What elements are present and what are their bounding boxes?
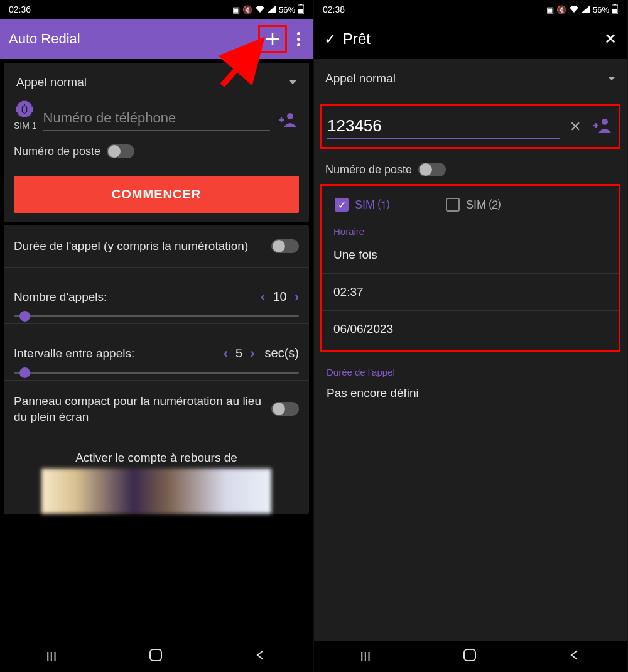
interval-block: Intervalle entre appels: ‹ 5 › sec(s)	[4, 324, 309, 380]
main-card: Appel normal 🄌 SIM 1 Numéro de poste COM…	[4, 63, 309, 222]
svg-rect-2	[298, 9, 303, 13]
back-button[interactable]	[569, 649, 580, 664]
add-contact-button[interactable]	[591, 117, 614, 136]
schedule-section-label: Horaire	[322, 221, 619, 237]
sim-selector[interactable]: 🄌 SIM 1	[14, 102, 37, 131]
duration-value-row[interactable]: Pas encore défini	[314, 377, 627, 413]
signal-icon	[268, 5, 276, 14]
interval-label: Intervalle entre appels:	[14, 345, 215, 362]
phone-input-row: ✕	[320, 104, 620, 149]
start-button[interactable]: COMMENCER	[14, 176, 299, 213]
calls-count-stepper[interactable]: ‹ 10 ›	[261, 289, 299, 305]
interval-stepper[interactable]: ‹ 5 › sec(s)	[224, 345, 299, 362]
extension-label: Numéro de poste	[325, 163, 412, 176]
interval-value: 5	[236, 346, 242, 360]
android-nav-bar: III	[0, 641, 313, 672]
mute-icon: 🔇	[556, 5, 566, 14]
app-bar: Auto Redial	[0, 19, 313, 59]
home-button[interactable]	[463, 648, 477, 665]
interval-slider[interactable]	[14, 372, 299, 374]
status-time: 02:36	[9, 4, 31, 14]
sim1-option[interactable]: ✓ SIM ⑴	[335, 197, 389, 212]
sim-label: SIM 1	[14, 121, 37, 131]
call-type-dropdown[interactable]: Appel normal	[314, 64, 627, 93]
chevron-right-icon[interactable]: ›	[295, 289, 299, 305]
compact-panel-label: Panneau compact pour la numérotation au …	[14, 393, 263, 425]
calls-count-label: Nombre d'appels:	[14, 289, 252, 305]
sim2-option[interactable]: SIM ⑵	[446, 197, 501, 212]
call-duration-switch[interactable]	[271, 239, 299, 253]
call-type-label: Appel normal	[325, 72, 396, 85]
close-button[interactable]: ✕	[604, 30, 617, 48]
phone-number-input[interactable]	[43, 106, 270, 131]
sim-select-row: ✓ SIM ⑴ SIM ⑵	[322, 186, 619, 221]
status-icons: ▣ 🔇 56%	[546, 4, 618, 16]
schedule-mode-row[interactable]: Une fois	[322, 237, 619, 274]
status-bar: 02:36 ▣ 🔇 56%	[0, 0, 313, 19]
checkbox-empty-icon	[446, 198, 460, 212]
home-button[interactable]	[149, 648, 163, 665]
settings-card: Durée de l'appel (y compris la numérotat…	[4, 225, 309, 514]
chevron-left-icon[interactable]: ‹	[224, 345, 228, 362]
chevron-right-icon[interactable]: ›	[250, 345, 254, 362]
android-nav-bar: III	[314, 641, 627, 672]
call-duration-label: Durée de l'appel (y compris la numérotat…	[14, 238, 263, 254]
screen-left: 02:36 ▣ 🔇 56% Auto Redial	[0, 0, 314, 672]
extension-toggle-row: Numéro de poste	[14, 144, 299, 158]
compact-panel-row: Panneau compact pour la numérotation au …	[4, 381, 309, 438]
svg-rect-5	[150, 649, 161, 661]
phone-number-input[interactable]	[327, 114, 560, 139]
checkbox-checked-icon: ✓	[335, 198, 349, 212]
calls-count-block: Nombre d'appels: ‹ 10 ›	[4, 268, 309, 323]
recents-button[interactable]: III	[46, 649, 57, 664]
slider-thumb[interactable]	[19, 367, 30, 378]
app-body: Appel normal 🄌 SIM 1 Numéro de poste COM…	[0, 59, 313, 641]
svg-rect-10	[464, 649, 475, 661]
compact-panel-switch[interactable]	[271, 402, 299, 416]
clear-input-button[interactable]: ✕	[566, 119, 585, 135]
svg-rect-8	[612, 9, 617, 13]
wifi-icon	[255, 5, 265, 14]
battery-percent: 56%	[593, 5, 609, 14]
sim1-label: SIM ⑴	[355, 197, 389, 212]
sim2-label: SIM ⑵	[466, 197, 501, 212]
wifi-icon	[569, 5, 579, 14]
overflow-menu-button[interactable]	[293, 32, 304, 46]
phone-input-row: 🄌 SIM 1	[14, 102, 299, 131]
svg-point-9	[602, 119, 608, 125]
header-title: Prêt	[343, 30, 598, 48]
schedule-date-row[interactable]: 06/06/2023	[322, 311, 619, 347]
ad-banner[interactable]	[41, 469, 271, 514]
app-title: Auto Redial	[9, 31, 252, 47]
plus-icon	[264, 31, 281, 47]
extension-label: Numéro de poste	[14, 145, 100, 158]
screen-right: 02:38 ▣ 🔇 56% ✓ Prêt ✕ Appel normal	[314, 0, 628, 672]
extension-switch[interactable]	[107, 144, 134, 158]
status-time: 02:38	[323, 4, 345, 14]
slider-thumb[interactable]	[19, 311, 30, 322]
chevron-down-icon	[289, 80, 296, 84]
battery-saver-icon: ▣	[232, 5, 240, 14]
add-contact-button[interactable]	[276, 112, 299, 131]
status-bar: 02:38 ▣ 🔇 56%	[314, 0, 627, 19]
schedule-block: ✓ SIM ⑴ SIM ⑵ Horaire Une fois 02:37 06/…	[320, 184, 620, 352]
call-duration-row: Durée de l'appel (y compris la numérotat…	[4, 225, 309, 268]
recents-button[interactable]: III	[360, 649, 371, 664]
add-button[interactable]	[258, 25, 287, 53]
extension-toggle-row: Numéro de poste	[314, 149, 627, 184]
interval-unit: sec(s)	[265, 346, 299, 360]
call-type-dropdown[interactable]: Appel normal	[14, 72, 299, 95]
mute-icon: 🔇	[242, 5, 252, 14]
back-button[interactable]	[255, 649, 266, 664]
battery-percent: 56%	[279, 5, 295, 14]
confirm-button[interactable]: ✓	[324, 30, 337, 48]
battery-icon	[298, 4, 304, 16]
chevron-left-icon[interactable]: ‹	[261, 289, 265, 305]
edit-header: ✓ Prêt ✕	[314, 19, 627, 59]
schedule-time-row[interactable]: 02:37	[322, 274, 619, 311]
battery-saver-icon: ▣	[546, 5, 554, 14]
extension-switch[interactable]	[418, 163, 446, 176]
calls-count-slider[interactable]	[14, 315, 299, 317]
signal-icon	[582, 5, 590, 14]
countdown-label: Activer le compte à rebours de	[4, 438, 309, 469]
